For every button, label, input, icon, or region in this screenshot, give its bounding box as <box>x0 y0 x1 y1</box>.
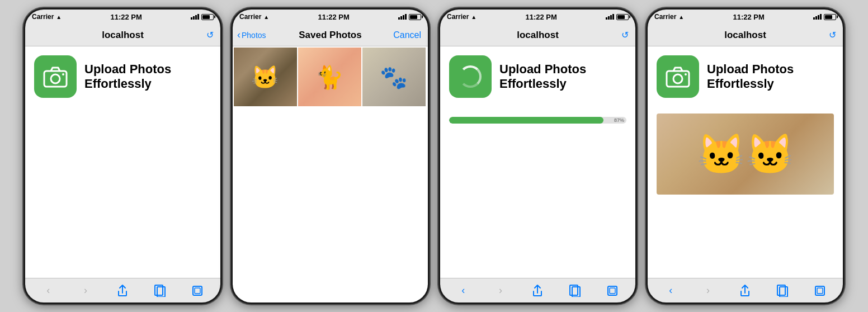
spinner-icon-3 <box>449 55 492 98</box>
app-title-3: Upload Photos Effortlessly <box>499 62 586 92</box>
progress-label: 87% <box>614 117 624 123</box>
carrier-label-2: Carrier <box>239 13 261 21</box>
reload-button-4[interactable]: ↺ <box>829 30 836 40</box>
cancel-button[interactable]: Cancel <box>393 30 421 40</box>
bookmarks-icon-4 <box>777 285 788 297</box>
phone-2: Carrier ▲ 11:22 PM ‹ Photos Saved Photos… <box>231 8 430 304</box>
share-button-1[interactable] <box>110 278 135 303</box>
photo-thumb-2[interactable] <box>298 48 361 106</box>
photo-thumb-3[interactable] <box>362 48 426 106</box>
progress-bar-fill <box>449 117 603 124</box>
status-right-3 <box>606 14 629 20</box>
bookmarks-button-1[interactable] <box>148 278 172 303</box>
content-2 <box>233 46 428 302</box>
phone-4: Carrier ▲ 11:22 PM localhost ↺ <box>646 8 845 304</box>
wifi-icon-3: ▲ <box>471 14 477 20</box>
back-button-1[interactable]: ‹ <box>36 278 60 303</box>
saved-photos-title: Saved Photos <box>299 30 361 41</box>
tabs-button-4[interactable] <box>808 278 832 303</box>
tabs-button-3[interactable] <box>600 278 625 303</box>
photo-thumb-1[interactable] <box>234 48 297 106</box>
share-icon-4 <box>740 285 750 297</box>
progress-area: 87% <box>440 107 635 124</box>
svg-point-2 <box>62 73 64 75</box>
status-left-4: Carrier ▲ <box>654 13 684 21</box>
status-left-3: Carrier ▲ <box>447 13 477 21</box>
forward-button-3[interactable]: › <box>488 278 513 303</box>
photo-grid <box>233 46 428 107</box>
back-button-4[interactable]: ‹ <box>658 278 683 303</box>
wifi-icon-4: ▲ <box>678 14 684 20</box>
app-row-1: Upload Photos Effortlessly <box>25 46 220 107</box>
carrier-label-3: Carrier <box>447 13 469 21</box>
back-button-3[interactable]: ‹ <box>451 278 475 303</box>
status-bar-4: Carrier ▲ 11:22 PM <box>648 10 843 24</box>
status-right <box>191 14 214 20</box>
status-bar-3: Carrier ▲ 11:22 PM <box>440 10 635 24</box>
svg-rect-6 <box>195 288 200 294</box>
app-icon-4[interactable] <box>657 55 699 98</box>
content-4: Upload Photos Effortlessly 🐱🐱 <box>648 46 843 278</box>
camera-icon-1 <box>42 63 69 90</box>
share-button-3[interactable] <box>525 278 550 303</box>
status-left-2: Carrier ▲ <box>239 13 269 21</box>
uploaded-image: 🐱🐱 <box>657 114 834 195</box>
share-button-4[interactable] <box>733 278 757 303</box>
signal-icon-2 <box>398 14 407 20</box>
status-left: Carrier ▲ <box>32 13 62 21</box>
status-right-2 <box>398 14 421 20</box>
reload-button-3[interactable]: ↺ <box>621 30 629 40</box>
nav-bar-4: localhost ↺ <box>648 24 843 46</box>
battery-icon-4 <box>824 14 836 20</box>
nav-bar-3: localhost ↺ <box>440 24 635 46</box>
chevron-left-icon: ‹ <box>237 29 240 41</box>
time-label-3: 11:22 PM <box>525 13 556 21</box>
cats-mug-image: 🐱🐱 <box>657 114 834 195</box>
loading-spinner <box>459 65 482 88</box>
app-icon-1[interactable] <box>34 55 77 98</box>
toolbar-4: ‹ › <box>648 278 843 302</box>
reload-button-1[interactable]: ↺ <box>206 30 214 40</box>
tabs-icon-4 <box>815 286 825 296</box>
forward-button-4[interactable]: › <box>696 278 720 303</box>
svg-point-12 <box>673 74 682 83</box>
tabs-button-1[interactable] <box>185 278 210 303</box>
forward-button-1[interactable]: › <box>73 278 98 303</box>
app-row-3: Upload Photos Effortlessly <box>440 46 635 107</box>
signal-icon-3 <box>606 14 614 20</box>
toolbar-3: ‹ › <box>440 278 635 302</box>
battery-icon-3 <box>616 14 629 20</box>
photos-back-label: Photos <box>242 31 266 40</box>
share-icon-3 <box>532 285 542 297</box>
bookmarks-icon-1 <box>154 285 166 297</box>
progress-bar-container: 87% <box>449 117 626 124</box>
svg-rect-10 <box>610 288 615 294</box>
app-row-4: Upload Photos Effortlessly <box>648 46 843 107</box>
wifi-icon-2: ▲ <box>263 14 269 20</box>
time-label-2: 11:22 PM <box>318 13 349 21</box>
wifi-icon: ▲ <box>56 14 62 20</box>
nav-title-1: localhost <box>102 30 144 41</box>
tabs-icon-1 <box>192 286 202 296</box>
toolbar-1: ‹ › <box>25 278 220 302</box>
app-title-4: Upload Photos Effortlessly <box>707 62 794 92</box>
battery-icon <box>201 14 214 20</box>
bookmarks-button-3[interactable] <box>563 278 587 303</box>
status-right-4 <box>813 14 836 20</box>
app-title-1: Upload Photos Effortlessly <box>84 62 171 92</box>
photos-back-button[interactable]: ‹ Photos <box>237 29 266 41</box>
battery-icon-2 <box>409 14 421 20</box>
content-1: Upload Photos Effortlessly <box>25 46 220 278</box>
signal-icon-4 <box>813 14 822 20</box>
phone-1: Carrier ▲ 11:22 PM localhost ↺ <box>23 8 222 304</box>
camera-icon-4 <box>664 63 691 90</box>
time-label-4: 11:22 PM <box>733 13 764 21</box>
nav-bar-1: localhost ↺ <box>25 24 220 46</box>
svg-point-13 <box>685 73 687 75</box>
svg-rect-17 <box>817 288 823 294</box>
status-bar-1: Carrier ▲ 11:22 PM <box>25 10 220 24</box>
bookmarks-button-4[interactable] <box>770 278 795 303</box>
time-label: 11:22 PM <box>110 13 141 21</box>
bookmarks-icon-3 <box>569 285 581 297</box>
status-bar-2: Carrier ▲ 11:22 PM <box>233 10 428 24</box>
